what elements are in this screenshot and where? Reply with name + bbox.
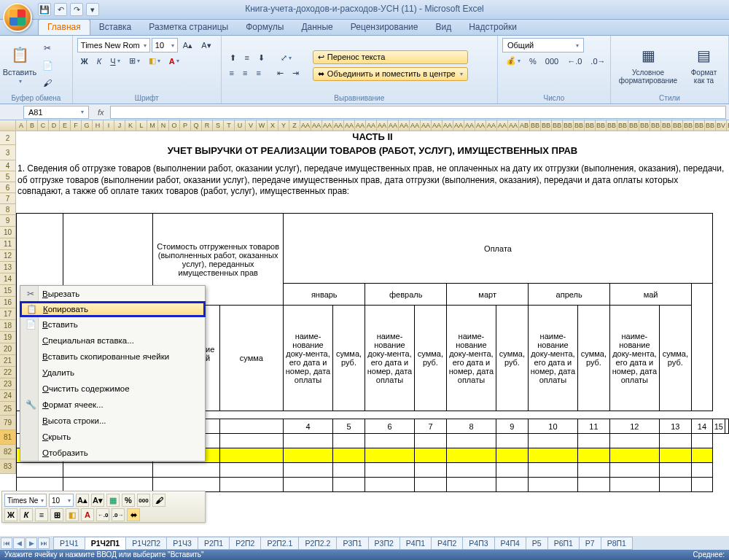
align-bottom-button[interactable]: ⬇ — [254, 51, 268, 65]
row-header[interactable]: 19 — [0, 332, 16, 343]
row-header[interactable]: 13 — [0, 262, 16, 273]
col-header[interactable]: AA — [322, 120, 333, 131]
col-header[interactable]: BB — [650, 120, 661, 131]
wrap-text-button[interactable]: ↩Перенос текста — [313, 50, 468, 64]
col-header[interactable]: Y — [278, 120, 289, 131]
mini-size-combo[interactable]: 10▾ — [49, 494, 74, 507]
col-header[interactable]: BV — [716, 120, 727, 131]
sheet-tab[interactable]: Р3П1 — [336, 537, 368, 550]
col-header[interactable]: AA — [497, 120, 508, 131]
ctx-специальная-вставка-[interactable]: Специальная вставка... — [20, 332, 205, 349]
row-header[interactable]: 17 — [0, 308, 16, 320]
ctx-формат-ячеек-[interactable]: 🔧Формат ячеек... — [20, 397, 205, 413]
col-header[interactable]: N — [158, 120, 169, 131]
row-header[interactable]: 15 — [0, 285, 16, 297]
row-header[interactable]: 6 — [0, 182, 16, 193]
col-header[interactable]: AA — [333, 120, 344, 131]
col-header[interactable]: AA — [399, 120, 410, 131]
row-header[interactable]: 11 — [0, 238, 16, 250]
col-header[interactable]: F — [71, 120, 82, 131]
row-header[interactable]: 22 — [0, 367, 16, 378]
col-header[interactable]: R — [202, 120, 213, 131]
row-header[interactable]: 5 — [0, 171, 16, 182]
qat-undo[interactable]: ↶ — [54, 3, 67, 16]
col-header[interactable]: Z — [289, 120, 300, 131]
col-header[interactable]: BB — [705, 120, 716, 131]
mini-shrink-font[interactable]: A▾ — [91, 494, 104, 507]
sheet-tab[interactable]: Р2П2.2 — [298, 537, 337, 550]
qat-save[interactable]: 💾 — [38, 3, 51, 16]
sheet-nav-next[interactable]: ▶ — [26, 537, 37, 549]
col-header[interactable]: J — [114, 120, 125, 131]
align-center-button[interactable]: ≡ — [239, 66, 251, 79]
font-size-combo[interactable]: 10▾ — [152, 38, 178, 52]
mini-dec-decimal[interactable]: ←.0 — [96, 508, 109, 521]
tab-formulas[interactable]: Формулы — [237, 20, 292, 35]
col-header[interactable]: BB — [683, 120, 694, 131]
mini-italic[interactable]: К — [20, 508, 33, 521]
row-header[interactable]: 3 — [0, 145, 16, 160]
row-header[interactable]: 23 — [0, 378, 16, 390]
tab-addins[interactable]: Надстройки — [460, 20, 526, 35]
col-header[interactable]: BB — [661, 120, 672, 131]
row-header[interactable]: 12 — [0, 250, 16, 262]
sheet-tab[interactable]: Р2П2 — [229, 537, 261, 550]
ctx-очистить-содержимое[interactable]: Очистить содержимое — [20, 381, 205, 397]
merge-center-button[interactable]: ⬌Объединить и поместить в центре▾ — [313, 67, 468, 81]
qat-redo[interactable]: ↷ — [70, 3, 83, 16]
col-header[interactable]: AA — [311, 120, 322, 131]
format-table-button[interactable]: ▤ Формат как та — [684, 44, 724, 88]
paste-button[interactable]: 📋 Вставить ▾ — [4, 44, 35, 88]
col-header[interactable]: Q — [191, 120, 202, 131]
table-row[interactable] — [17, 463, 729, 478]
col-header[interactable]: AA — [377, 120, 388, 131]
sheet-tab[interactable]: Р5 — [526, 537, 548, 550]
conditional-format-button[interactable]: ▦ Условное форматирование — [615, 44, 681, 88]
mini-comma[interactable]: 000 — [137, 494, 150, 507]
mini-percent[interactable]: % — [122, 494, 135, 507]
col-header[interactable]: AA — [486, 120, 497, 131]
col-header[interactable]: X — [268, 120, 278, 131]
ctx-высота-строки-[interactable]: Высота строки... — [20, 413, 205, 429]
col-header[interactable]: L — [136, 120, 147, 131]
row-headers[interactable]: 2345678910111213141516171819202122232425… — [0, 131, 16, 474]
row-header[interactable]: 81 — [0, 430, 16, 445]
col-header[interactable]: AA — [366, 120, 377, 131]
shrink-font-button[interactable]: A▾ — [198, 39, 214, 52]
sheet-tab[interactable]: Р2П2.1 — [260, 537, 299, 550]
sheet-tab[interactable]: Р1Ч3 — [166, 537, 198, 550]
col-header[interactable]: BB — [617, 120, 628, 131]
col-header[interactable]: AA — [432, 120, 443, 131]
row-header[interactable]: 82 — [0, 445, 16, 459]
orientation-button[interactable]: ⤢▾ — [277, 51, 295, 65]
ctx-вставить[interactable]: 📄Вставить — [20, 316, 205, 332]
number-format-combo[interactable]: Общий▾ — [502, 38, 584, 52]
currency-button[interactable]: 💰▾ — [502, 54, 524, 68]
col-header[interactable]: O — [169, 120, 180, 131]
col-header[interactable]: AB — [519, 120, 530, 131]
sheet-tab[interactable]: Р4П1 — [399, 537, 432, 550]
col-header[interactable]: AA — [421, 120, 432, 131]
col-header[interactable]: AA — [344, 120, 355, 131]
col-header[interactable]: C — [38, 120, 49, 131]
row-header[interactable]: 21 — [0, 355, 16, 367]
tab-insert[interactable]: Вставка — [90, 20, 141, 35]
sheet-nav-prev[interactable]: ◀ — [13, 537, 25, 549]
name-box[interactable]: A81▾ — [23, 106, 89, 119]
col-header[interactable]: A — [16, 120, 27, 131]
decrease-decimal-button[interactable]: .0→ — [587, 55, 609, 68]
underline-button[interactable]: Ч▾ — [106, 55, 123, 68]
mini-inc-decimal[interactable]: .0→ — [112, 508, 125, 521]
sheet-tab[interactable]: Р8П1 — [601, 537, 633, 550]
col-header[interactable]: AA — [300, 120, 311, 131]
tab-home[interactable]: Главная — [38, 19, 90, 35]
col-header[interactable]: AA — [464, 120, 475, 131]
mini-font-color[interactable]: A — [81, 508, 94, 521]
row-header[interactable]: 9 — [0, 215, 16, 227]
fx-icon[interactable]: fx — [92, 108, 110, 117]
font-name-combo[interactable]: Times New Rom▾ — [77, 38, 150, 52]
ctx-копировать[interactable]: 📋Копировать — [20, 302, 205, 316]
row-header[interactable]: 83 — [0, 459, 16, 474]
font-color-button[interactable]: A▾ — [165, 55, 183, 68]
col-header[interactable]: AA — [475, 120, 486, 131]
